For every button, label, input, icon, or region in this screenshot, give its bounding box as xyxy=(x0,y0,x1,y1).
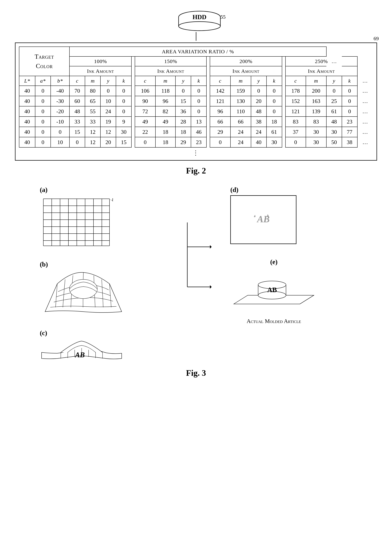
target-color-header: TargetColor xyxy=(19,47,70,76)
table-row: 400-40708000106118001421590017820000… xyxy=(19,86,373,96)
col-c-150: c xyxy=(135,76,155,86)
middle-connector xyxy=(179,186,213,308)
svg-text:AB: AB xyxy=(75,351,85,359)
fig3-content: (a) xyxy=(14,186,378,361)
col-m-200: m xyxy=(231,76,251,86)
table-row: 400-103333199494928136666381883834823… xyxy=(19,116,373,127)
col-k-150: k xyxy=(191,76,206,86)
table-row: 400-3060651009096150121130200152163250… xyxy=(19,96,373,106)
ink-100-header: Ink Amount xyxy=(70,66,131,76)
ink-150-header: Ink Amount xyxy=(135,66,206,76)
pct-150-header: 150% xyxy=(135,57,206,66)
hdd-connector-line xyxy=(196,32,196,41)
col-c-200: c xyxy=(210,76,231,86)
svg-line-24 xyxy=(110,200,112,200)
fig3-right-column: (d) AB ȧ ḃ (e) xyxy=(230,186,352,324)
table-row: 400-204855240728236096110480121139610… xyxy=(19,106,373,116)
col-m-100: m xyxy=(85,76,100,86)
col-m-250: m xyxy=(306,76,326,86)
sub-d-label: (d) xyxy=(230,186,296,193)
fig2-caption: Fig. 2 xyxy=(186,166,206,175)
faint-ab-svg: AB ȧ ḃ xyxy=(249,212,277,226)
actual-molded-label: Actual Molded Article xyxy=(247,318,301,324)
svg-text:HDD: HDD xyxy=(193,14,206,21)
sub-a-content: 82 xyxy=(40,195,113,250)
svg-text:82: 82 xyxy=(112,197,113,202)
hdd-diagram: HDD 55 xyxy=(177,10,215,41)
pct-200-header: 200% xyxy=(210,57,282,66)
table-row: 400015121230221818462924246137303077… xyxy=(19,127,373,137)
sub-b-label: (b) xyxy=(40,260,127,268)
svg-marker-38 xyxy=(210,245,212,249)
grid-mesh-svg: 82 xyxy=(40,195,113,249)
svg-marker-36 xyxy=(210,285,212,289)
table-ref-label: 69 xyxy=(374,36,379,42)
vertical-dots: ⋮ xyxy=(19,149,373,157)
sub-e-label: (e) xyxy=(270,258,277,266)
hdd-icon: HDD xyxy=(177,10,222,31)
pct-250-header: 250% xyxy=(286,57,357,66)
curved-mesh-svg xyxy=(40,270,127,319)
col-c-250: c xyxy=(286,76,306,86)
pct-100-header: 100% xyxy=(70,57,131,66)
ink-200-header: Ink Amount xyxy=(210,66,282,76)
table-outer: 69 TargetColor Area Variation Ratio / % … xyxy=(15,43,377,161)
col-k-100: k xyxy=(116,76,131,86)
col-y-200: y xyxy=(251,76,266,86)
col-y-250: y xyxy=(326,76,342,86)
table-body: 400-40708000106118001421590017820000…400… xyxy=(19,86,373,147)
col-m-150: m xyxy=(155,76,175,86)
sub-a: (a) xyxy=(40,186,113,250)
svg-text:AB: AB xyxy=(267,286,277,294)
sub-c-label: (c) xyxy=(40,329,123,337)
col-y-150: y xyxy=(175,76,191,86)
sub-d-ab-text: AB ȧ ḃ xyxy=(249,212,277,228)
ink-250-header: Ink Amount xyxy=(286,66,357,76)
col-dots: … xyxy=(357,76,373,86)
col-k-200: k xyxy=(266,76,282,86)
fig3-section: (a) xyxy=(14,186,378,378)
area-variation-header: Area Variation Ratio / % xyxy=(70,47,326,57)
hdd-ref-label: 55 xyxy=(220,14,226,20)
svg-point-25 xyxy=(70,279,97,299)
svg-point-4 xyxy=(179,21,220,31)
col-L: L* xyxy=(19,76,35,86)
sub-b: (b) xyxy=(40,260,127,319)
sub-d: (d) AB ȧ ḃ xyxy=(230,186,296,244)
connector-arrow-svg xyxy=(180,221,212,308)
ink-data-table: TargetColor Area Variation Ratio / % … 1… xyxy=(19,47,373,148)
col-c-100: c xyxy=(70,76,85,86)
data-table-container: TargetColor Area Variation Ratio / % … 1… xyxy=(15,43,377,161)
sub-d-content: AB ȧ ḃ xyxy=(230,195,296,244)
fig2-section: HDD 55 69 TargetColor Area Variation Rat… xyxy=(14,10,378,175)
sub-e: (e) AB Actual Molded Article xyxy=(230,258,317,324)
fig3-caption: Fig. 3 xyxy=(186,368,206,378)
col-y-100: y xyxy=(100,76,116,86)
sub-a-label: (a) xyxy=(40,186,113,193)
col-k-250: k xyxy=(342,76,357,86)
sub-c: (c) AB xyxy=(40,329,123,361)
fig3-left-column: (a) xyxy=(40,186,162,361)
flat-shape-svg: AB xyxy=(40,338,123,361)
svg-text:ȧ: ȧ xyxy=(254,215,256,218)
col-b: b* xyxy=(51,76,70,86)
col-a: a* xyxy=(35,76,51,86)
molded-article-svg: AB xyxy=(230,269,317,315)
table-row: 400100122015018292302440300305038… xyxy=(19,137,373,147)
